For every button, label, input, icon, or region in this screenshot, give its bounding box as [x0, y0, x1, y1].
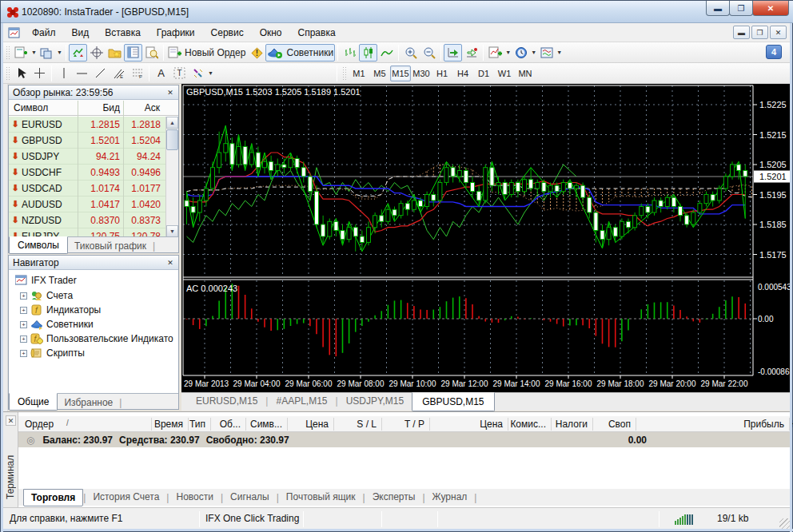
timeframe-mn[interactable]: MN: [515, 66, 536, 81]
market-watch-row[interactable]: ⬇GBPUSD1.52011.5204: [9, 133, 165, 149]
timeframe-m15[interactable]: M15: [390, 66, 411, 81]
profiles-button[interactable]: [38, 44, 56, 62]
templates-button[interactable]: [537, 44, 556, 62]
chart-shift-button[interactable]: [444, 44, 462, 62]
mdi-restore-button[interactable]: ❐: [751, 26, 768, 39]
warning-icon[interactable]: !: [247, 44, 265, 62]
trendline-button[interactable]: [91, 65, 110, 82]
navigator-tab-1[interactable]: Общие: [9, 393, 58, 411]
timeframe-w1[interactable]: W1: [494, 66, 515, 81]
chart-tab-3[interactable]: USDJPY,M15: [338, 393, 412, 409]
market-watch-row[interactable]: ⬇USDCHF0.94930.9496: [9, 165, 165, 181]
indicators-button[interactable]: [486, 44, 504, 62]
chart-canvas[interactable]: 1.52251.52151.52051.51951.51851.51751.52…: [181, 84, 791, 392]
market-watch-row[interactable]: ⬇EURUSD1.28151.2818: [9, 117, 165, 133]
navigator-title[interactable]: Навигатор✕: [9, 256, 178, 270]
timeframe-m5[interactable]: M5: [369, 66, 390, 81]
channel-button[interactable]: E: [110, 65, 128, 82]
terminal-header[interactable]: ОрдерВремяТипОб...Симв...ЦенаS / LT / PЦ…: [18, 416, 791, 432]
terminal-tab-3[interactable]: Новости: [169, 489, 220, 505]
indicators-dropdown[interactable]: ▼: [504, 50, 512, 55]
menu-item-2[interactable]: Вид: [64, 24, 98, 42]
fibonacci-button[interactable]: F: [128, 65, 146, 82]
terminal-tab-5[interactable]: Почтовый ящик: [279, 489, 363, 505]
arrows-dropdown[interactable]: ▼: [207, 70, 214, 76]
title-bar[interactable]: 1020890: InstaTrader - [GBPUSD,M15] ▬ ❐ …: [1, 1, 793, 23]
terminal-tab-2[interactable]: История Счета: [86, 489, 166, 505]
notifications-badge[interactable]: 4: [766, 45, 782, 59]
navigator-item-5[interactable]: +Скрипты: [20, 347, 85, 359]
candle-chart-button[interactable]: [359, 44, 377, 62]
terminal-column-4[interactable]: Об...: [212, 419, 241, 430]
navigator-close-icon[interactable]: ✕: [165, 258, 175, 268]
market-watch-row[interactable]: ⬇USDJPY94.2194.24: [9, 149, 165, 165]
timeframe-h4[interactable]: H4: [452, 66, 473, 81]
new-chart-dropdown[interactable]: ▼: [30, 50, 38, 55]
menu-item-7[interactable]: Справка: [290, 24, 344, 42]
market-watch-tab-2[interactable]: Тиковый график: [68, 239, 153, 253]
navigator-item-2[interactable]: +fИндикаторы: [20, 304, 101, 316]
terminal-tab-7[interactable]: Журнал: [425, 489, 475, 505]
mdi-minimize-button[interactable]: ▬: [733, 26, 750, 39]
scroll-down-icon[interactable]: ▼: [166, 225, 178, 237]
text-label-button[interactable]: T: [170, 65, 189, 82]
terminal-tab-6[interactable]: Эксперты: [365, 489, 423, 505]
expand-plus-icon[interactable]: +: [20, 307, 27, 314]
zoom-out-button[interactable]: [420, 44, 438, 62]
menu-item-6[interactable]: Окно: [252, 24, 290, 42]
balance-row[interactable]: ◎ Баланс: 230.97 Средства: 230.97 Свобод…: [18, 432, 791, 447]
minimize-button[interactable]: ▬: [706, 1, 730, 16]
terminal-column-9[interactable]: Цена: [431, 419, 503, 430]
terminal-tab-1[interactable]: Торговля: [23, 489, 83, 506]
horizontal-line-button[interactable]: [73, 65, 91, 82]
navigator-item-1[interactable]: +Счета: [20, 290, 73, 301]
market-watch-button[interactable]: [124, 44, 142, 62]
profiles-dropdown[interactable]: ▼: [56, 50, 63, 55]
navigator-tab-2[interactable]: Избранное: [58, 395, 119, 410]
maximize-button[interactable]: ❐: [729, 1, 753, 16]
symbols-button[interactable]: [106, 44, 124, 62]
terminal-column-1[interactable]: Ордер: [25, 419, 54, 430]
terminal-column-10[interactable]: Комис...: [509, 419, 546, 430]
timeframes-grip[interactable]: [342, 66, 346, 81]
cursor-button[interactable]: [12, 65, 30, 82]
market-watch-header[interactable]: Символ Бид Аск: [9, 100, 178, 116]
periods-button[interactable]: [512, 44, 530, 62]
terminal-column-12[interactable]: Своп: [594, 419, 631, 430]
market-watch-tab-1[interactable]: Символы: [9, 236, 68, 254]
data-window-button[interactable]: [142, 44, 161, 62]
tick-chart-button[interactable]: [69, 44, 87, 62]
bar-chart-button[interactable]: [341, 44, 359, 62]
line-chart-button[interactable]: [377, 44, 396, 62]
market-watch-scrollbar[interactable]: ▲ ▼: [165, 117, 178, 237]
arrows-button[interactable]: [189, 65, 207, 82]
periods-dropdown[interactable]: ▼: [530, 50, 537, 55]
terminal-column-5[interactable]: Симв...: [247, 419, 282, 430]
crosshair-button[interactable]: [87, 44, 106, 62]
terminal-column-8[interactable]: T / P: [383, 419, 424, 430]
one-click-trading-cell[interactable]: IFX One Click Trading: [205, 513, 299, 524]
crosshair-tool-button[interactable]: [30, 65, 49, 82]
navigator-item-3[interactable]: +Советники: [20, 319, 94, 330]
terminal-column-6[interactable]: Цена: [289, 419, 329, 430]
market-watch-row[interactable]: ⬇NZDUSD0.83700.8373: [9, 212, 165, 228]
toolbar-grip[interactable]: [6, 46, 10, 60]
toolbar-grip2[interactable]: [6, 66, 10, 81]
expand-plus-icon[interactable]: +: [20, 292, 27, 300]
chart-tab-1[interactable]: EURUSD,M15: [188, 393, 265, 409]
timeframe-h1[interactable]: H1: [432, 66, 452, 81]
chart-tab-4[interactable]: GBPUSD,M15: [412, 392, 494, 411]
resize-grip[interactable]: [779, 518, 791, 530]
auto-scroll-button[interactable]: [462, 44, 480, 62]
menu-item-4[interactable]: Графики: [149, 24, 203, 42]
scroll-thumb[interactable]: [166, 129, 178, 150]
market-watch-row[interactable]: ⬇USDCAD1.01741.0177: [9, 181, 165, 197]
new-order-button[interactable]: Новый Ордер: [166, 44, 247, 62]
market-watch-title[interactable]: Обзор рынка: 23:59:56✕: [9, 85, 178, 100]
terminal-column-2[interactable]: Время: [153, 419, 183, 430]
text-button[interactable]: A: [152, 65, 170, 82]
terminal-column-13[interactable]: Прибыль: [637, 419, 784, 430]
vertical-line-button[interactable]: [54, 65, 73, 82]
navigator-root[interactable]: IFX Trader: [15, 275, 77, 286]
terminal-tab-4[interactable]: Сигналы: [223, 489, 277, 505]
